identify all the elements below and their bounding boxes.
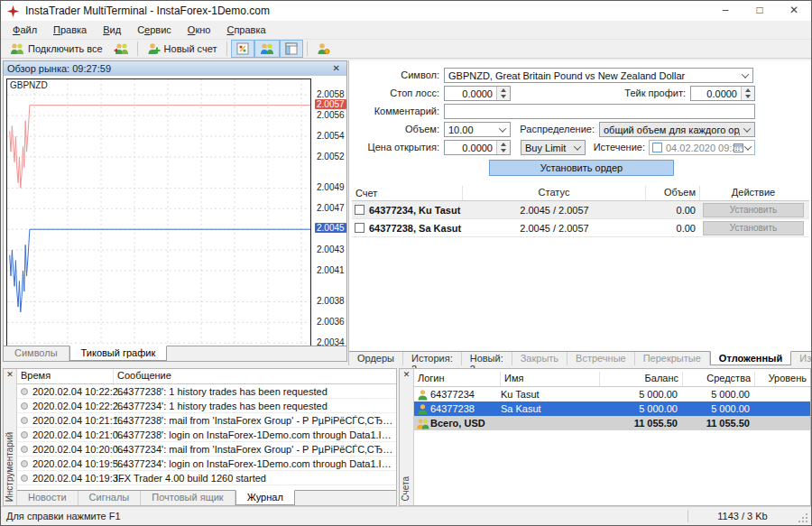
menu-service[interactable]: Сервис (129, 23, 180, 37)
journal-close-icon[interactable]: ✕ (4, 369, 16, 379)
menu-view[interactable]: Вид (95, 23, 129, 37)
col-login[interactable]: Логин (414, 372, 501, 386)
chevron-down-icon[interactable] (740, 123, 754, 136)
journal-row[interactable]: 2020.02.04 10:20:0...'64377234': mail fr… (17, 442, 396, 457)
tab-modify[interactable]: Изменить (791, 352, 812, 365)
title-bar: InstaTrader MultiTerminal - InstaForex-1… (1, 1, 811, 21)
account-row-selected[interactable]: 64377238 Sa Kasut 5 000.00 5 000.00 (414, 401, 810, 416)
terminal-strip: ✕ Инструментарий (4, 369, 17, 505)
chevron-down-icon[interactable] (744, 143, 752, 150)
take-profit-input[interactable]: 0.0000 (690, 86, 755, 101)
symbol-select[interactable]: GBPNZD, Great Britain Pound vs New Zeala… (444, 68, 753, 83)
open-price-spinner[interactable] (496, 141, 510, 154)
tab-history[interactable]: История: 2 (403, 352, 462, 365)
chevron-down-icon[interactable] (570, 141, 585, 154)
take-profit-label: Тейк профит: (597, 88, 686, 98)
tab-counter[interactable]: Встречные (567, 352, 635, 365)
connect-all-button[interactable]: Подключить все (5, 40, 108, 58)
new-account-icon (147, 42, 161, 55)
tab-mailbox[interactable]: Почтовый ящик (141, 491, 235, 505)
col-action[interactable]: Действие (700, 186, 807, 200)
journal-row[interactable]: 2020.02.04 10:21:0...'64377238': login o… (17, 428, 396, 442)
market-watch-toggle-button[interactable] (231, 40, 254, 58)
tab-close[interactable]: Закрыть (512, 352, 567, 365)
price-tick-label: 2.0043 (317, 245, 345, 254)
col-time[interactable]: Время (17, 369, 114, 383)
stop-loss-input[interactable]: 0.0000 (444, 86, 511, 101)
order-row[interactable]: 64377238, Sa Kasut 2.0045 / 2.0057 0.00 … (352, 219, 809, 237)
layout-toggle-button[interactable] (280, 40, 303, 58)
comment-input[interactable] (444, 104, 755, 119)
toolbar-separator (137, 42, 138, 56)
menu-help[interactable]: Справка (218, 23, 273, 37)
expiration-checkbox[interactable] (652, 143, 662, 152)
order-row[interactable]: 64377234, Ku Tasut 2.0045 / 2.0057 0.00 … (352, 201, 809, 219)
col-volume[interactable]: Объем (646, 186, 700, 200)
price-tick-label: 2.0058 (317, 89, 345, 99)
spin-up-icon (501, 88, 506, 92)
tab-overlapped[interactable]: Перекрытые (635, 352, 710, 365)
order-account: 64377234, Ku Tasut (369, 205, 460, 216)
minimize-button[interactable]: – (708, 1, 743, 21)
col-level[interactable]: Уровень (755, 372, 810, 386)
col-balance[interactable]: Баланс (600, 372, 683, 386)
journal-row[interactable]: 2020.02.04 10:22:2...'64377234': 1 histo… (17, 399, 396, 413)
tick-chart-area[interactable]: GBPNZD (6, 78, 311, 349)
menu-window[interactable]: Окно (180, 23, 219, 37)
account-row[interactable]: 64377234 Ku Tasut 5 000.00 5 000.00 (414, 387, 810, 401)
person-icon (417, 389, 429, 401)
tab-new[interactable]: Новый: 2 (462, 352, 512, 365)
order-account: 64377238, Sa Kasut (369, 223, 461, 234)
price-tick-label: 2.0038 (317, 296, 345, 306)
price-tick-label: 2.0041 (317, 265, 345, 275)
tick-chart-svg (7, 79, 310, 348)
expiration-datetime[interactable]: 04.02.2020 09:37 (649, 140, 755, 155)
calendar-icon[interactable] (734, 143, 743, 152)
tab-news[interactable]: Новости (17, 491, 78, 505)
tab-tick-chart[interactable]: Тиковый график (69, 346, 168, 361)
resize-grip[interactable] (797, 512, 809, 524)
tab-signals[interactable]: Сигналы (78, 491, 142, 505)
accounts-close-icon[interactable]: ✕ (400, 369, 413, 379)
tab-orders[interactable]: Ордеры (349, 352, 403, 365)
tab-symbols[interactable]: Символы (4, 346, 69, 361)
accounts-toggle-button[interactable] (254, 40, 280, 58)
journal-row[interactable]: 2020.02.04 10:22:2...'64377238': 1 histo… (17, 384, 396, 399)
accounts-strip: ✕ Счета (400, 369, 414, 505)
set-order-button[interactable]: Установить (703, 221, 804, 235)
col-message[interactable]: Сообщение (114, 369, 396, 383)
col-account[interactable]: Счет (352, 186, 463, 200)
orders-table-header: Счет Статус Объем Действие (352, 186, 809, 201)
chevron-down-icon[interactable] (738, 69, 752, 82)
market-watch-close-icon[interactable]: ✕ (330, 63, 343, 74)
volume-select[interactable]: 10.00 (444, 122, 511, 137)
set-order-button[interactable]: Установить (703, 203, 804, 217)
journal-row[interactable]: 2020.02.04 10:21:1...'64377238': mail fr… (17, 413, 396, 428)
col-equity[interactable]: Средства (683, 372, 755, 386)
menu-file[interactable]: Файл (5, 23, 45, 37)
col-status[interactable]: Статус (463, 186, 646, 200)
account-settings-button[interactable] (311, 40, 336, 58)
order-checkbox[interactable] (355, 223, 364, 233)
open-price-input[interactable]: 0.0000 (444, 140, 511, 155)
order-type-select[interactable]: Buy Limit (521, 140, 586, 155)
status-bar: Для справки нажмите F1 1143 / 3 Kb (1, 506, 811, 525)
menu-edit[interactable]: Правка (45, 23, 95, 37)
journal-row[interactable]: 2020.02.04 10:19:3...IFX Trader 4.00 bui… (17, 471, 396, 485)
disconnect-all-button[interactable] (108, 40, 134, 58)
journal-row[interactable]: 2020.02.04 10:19:5...'64377234': login o… (17, 457, 396, 471)
stop-loss-spinner[interactable] (496, 87, 510, 100)
tab-pending[interactable]: Отложенный (710, 351, 791, 365)
journal-bullet-icon (21, 446, 28, 453)
take-profit-spinner[interactable] (741, 87, 754, 100)
place-order-button[interactable]: Установить ордер (489, 160, 674, 176)
app-logo-icon (6, 5, 20, 18)
col-name[interactable]: Имя (501, 372, 600, 386)
new-account-button[interactable]: Новый счет (142, 40, 223, 58)
order-checkbox[interactable] (355, 205, 364, 215)
spin-down-icon (745, 95, 751, 98)
maximize-button[interactable]: □ (743, 1, 777, 21)
close-button[interactable]: ✕ (777, 1, 811, 21)
distribution-select[interactable]: общий объем для каждого ордера (599, 122, 755, 137)
tab-journal[interactable]: Журнал (235, 490, 295, 505)
